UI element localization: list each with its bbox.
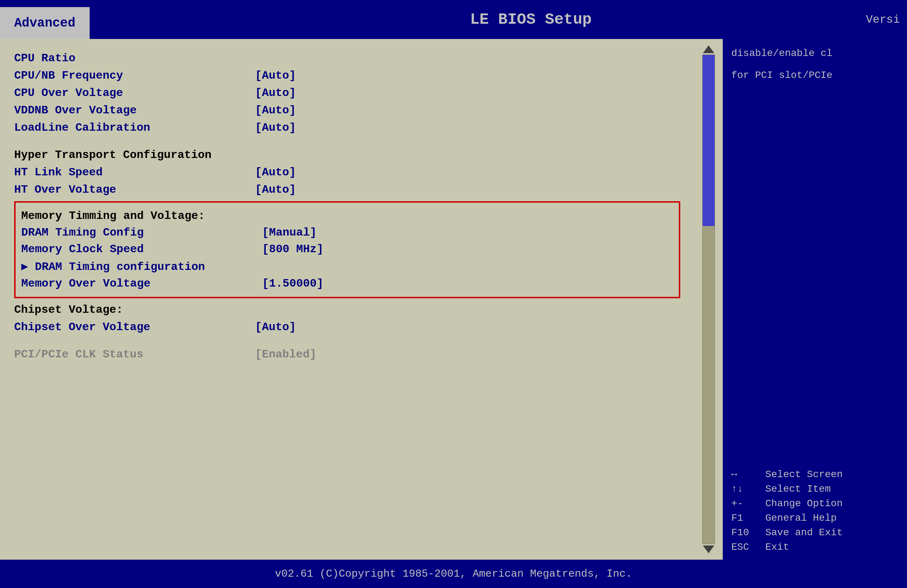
menu-item-loadline[interactable]: LoadLine Calibration [Auto] (14, 119, 680, 136)
memory-section-header-row: Memory Timming and Voltage: (21, 208, 673, 224)
menu-item-ht-link-speed[interactable]: HT Link Speed [Auto] (14, 163, 680, 181)
menu-item-pci-pcie-clk[interactable]: PCI/PCIe CLK Status [Enabled] (14, 346, 680, 363)
menu-item-dram-timing-config[interactable]: DRAM Timing Config [Manual] (21, 224, 673, 241)
help-keybinds: ↔ Select Screen ↑↓ Select Item +- Change… (731, 469, 899, 553)
keybind-select-screen: ↔ Select Screen (731, 469, 899, 480)
menu-item-memory-over-voltage[interactable]: Memory Over Voltage [1.50000] (21, 275, 673, 292)
scrollbar-panel (694, 39, 723, 560)
cpu-nb-freq-value: [Auto] (255, 69, 296, 82)
key-f10: F10 (731, 527, 760, 538)
ht-link-speed-label: HT Link Speed (14, 166, 255, 179)
dram-timing-arrow-label: ▶ DRAM Timing configuration (21, 259, 262, 274)
loadline-value: [Auto] (255, 121, 296, 134)
help-description-line2: for PCI slot/PCIe (731, 68, 899, 83)
scrollbar-track[interactable] (702, 54, 715, 544)
menu-item-cpu-ratio[interactable]: CPU Ratio (14, 50, 680, 67)
scroll-down-arrow[interactable] (703, 545, 714, 553)
key-esc: ESC (731, 542, 760, 553)
chipset-over-voltage-label: Chipset Over Voltage (14, 320, 255, 334)
ht-link-speed-value: [Auto] (255, 166, 296, 179)
desc-select-screen: Select Screen (765, 469, 843, 480)
keybind-select-item: ↑↓ Select Item (731, 484, 899, 495)
scrollbar[interactable] (694, 43, 723, 556)
cpu-nb-freq-label: CPU/NB Frequency (14, 69, 255, 82)
dram-timing-config-label: DRAM Timing Config (21, 226, 262, 239)
desc-exit: Exit (765, 542, 789, 553)
main-content: CPU Ratio CPU/NB Frequency [Auto] CPU Ov… (0, 39, 907, 560)
cpu-ratio-label: CPU Ratio (14, 52, 255, 65)
ht-over-voltage-value: [Auto] (255, 183, 296, 196)
scroll-up-arrow[interactable] (703, 45, 714, 53)
menu-item-cpu-over-voltage[interactable]: CPU Over Voltage [Auto] (14, 84, 680, 102)
menu-item-chipset-over-voltage[interactable]: Chipset Over Voltage [Auto] (14, 319, 680, 336)
dram-timing-config-value: [Manual] (262, 226, 317, 239)
version-label: Versi (866, 0, 907, 39)
menu-item-chipset-voltage-header: Chipset Voltage: (14, 301, 680, 319)
footer-bar: v02.61 (C)Copyright 1985-2001, American … (0, 560, 907, 588)
menu-item-ht-over-voltage[interactable]: HT Over Voltage [Auto] (14, 181, 680, 199)
advanced-tab[interactable]: Advanced (0, 7, 90, 39)
menu-item-dram-timing-arrow[interactable]: ▶ DRAM Timing configuration (21, 258, 673, 275)
memory-clock-speed-label: Memory Clock Speed (21, 243, 262, 256)
ht-config-header-label: Hyper Transport Configuration (14, 148, 212, 162)
cpu-over-voltage-value: [Auto] (255, 87, 296, 99)
keybind-change-option: +- Change Option (731, 498, 899, 509)
key-plusminus: +- (731, 498, 760, 509)
keybind-general-help: F1 General Help (731, 513, 899, 524)
memory-section: Memory Timming and Voltage: DRAM Timing … (14, 201, 680, 298)
bios-title: LE BIOS Setup (90, 0, 866, 39)
menu-item-vddnb-over-voltage[interactable]: VDDNB Over Voltage [Auto] (14, 102, 680, 119)
chipset-over-voltage-value: [Auto] (255, 320, 296, 334)
help-panel: disable/enable cl for PCI slot/PCIe ↔ Se… (723, 39, 907, 560)
menu-item-ht-header: Hyper Transport Configuration (14, 146, 680, 163)
footer-text: v02.61 (C)Copyright 1985-2001, American … (275, 568, 632, 580)
keybind-save-exit: F10 Save and Exit (731, 527, 899, 538)
vddnb-over-voltage-label: VDDNB Over Voltage (14, 104, 255, 117)
pci-pcie-clk-value: [Enabled] (255, 348, 316, 361)
desc-general-help: General Help (765, 513, 837, 524)
memory-section-header-label: Memory Timming and Voltage: (21, 209, 205, 223)
memory-over-voltage-value: [1.50000] (262, 277, 324, 290)
desc-save-exit: Save and Exit (765, 527, 843, 538)
loadline-label: LoadLine Calibration (14, 121, 255, 134)
menu-item-cpu-nb-freq[interactable]: CPU/NB Frequency [Auto] (14, 67, 680, 84)
header-bar: Advanced LE BIOS Setup Versi (0, 0, 907, 39)
memory-clock-speed-value: [800 MHz] (262, 243, 324, 256)
keybind-exit: ESC Exit (731, 542, 899, 553)
menu-panel: CPU Ratio CPU/NB Frequency [Auto] CPU Ov… (0, 39, 694, 560)
scrollbar-thumb (703, 55, 715, 226)
desc-select-item: Select Item (765, 484, 831, 495)
help-description-line1: disable/enable cl (731, 46, 899, 61)
cpu-over-voltage-label: CPU Over Voltage (14, 87, 255, 99)
chipset-voltage-header-label: Chipset Voltage: (14, 303, 123, 316)
menu-item-memory-clock-speed[interactable]: Memory Clock Speed [800 MHz] (21, 241, 673, 258)
vddnb-over-voltage-value: [Auto] (255, 104, 296, 117)
pci-pcie-clk-label: PCI/PCIe CLK Status (14, 348, 255, 361)
memory-over-voltage-label: Memory Over Voltage (21, 277, 262, 290)
key-arrows-ud: ↑↓ (731, 484, 760, 495)
key-arrows-lr: ↔ (731, 469, 760, 480)
ht-over-voltage-label: HT Over Voltage (14, 183, 255, 196)
desc-change-option: Change Option (765, 498, 843, 509)
key-f1: F1 (731, 513, 760, 524)
